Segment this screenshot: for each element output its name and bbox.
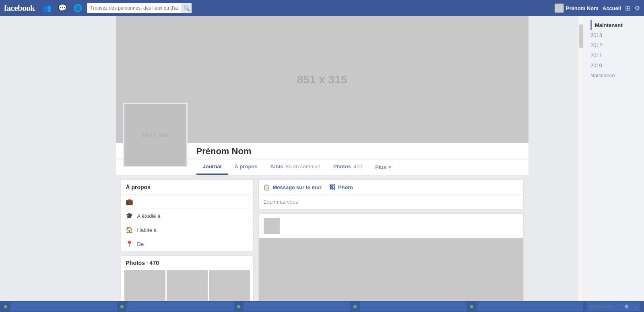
timeline-item-2012[interactable]: 2012 xyxy=(590,40,638,50)
post-tab-photo-label: Photo xyxy=(338,184,353,190)
about-work-row: 💼 xyxy=(121,195,253,209)
about-box: À propos 💼 🎓 A étudié à 🏠 Habite à xyxy=(121,180,254,251)
navbar: facebook 👥 💬 🌐 🔍 Prénom Nom Accueil ⊞ ⚙ xyxy=(0,0,644,16)
timeline-item-2011[interactable]: 2011 xyxy=(590,50,638,60)
timeline-item-naissance[interactable]: Naissance xyxy=(590,70,638,81)
timeline-sidebar: Maintenant 2013 2012 2011 2010 Naissance xyxy=(584,16,644,312)
friends-icon[interactable]: 👥 xyxy=(41,2,53,14)
bottom-bar-item-4[interactable] xyxy=(360,302,466,311)
status-dot-2 xyxy=(120,305,124,308)
settings-bottom-icon[interactable]: ⚙ xyxy=(624,304,629,310)
post-box: 📋 Message sur le mur 🖼 Photo Exprimez-vo… xyxy=(258,180,524,209)
search-button[interactable]: 🔍 xyxy=(182,3,192,13)
accueil-button[interactable]: Accueil xyxy=(603,5,621,11)
about-home-label: Habite à xyxy=(137,227,157,233)
home-icon: 🏠 xyxy=(126,226,133,233)
photos-label: Photos xyxy=(126,260,145,266)
tab-photos[interactable]: Photos 470 xyxy=(327,159,369,175)
bottom-bar-item-1[interactable] xyxy=(10,302,117,311)
feed-header xyxy=(259,214,523,238)
about-study-label: A étudié à xyxy=(137,213,161,219)
tab-apropos[interactable]: À propos xyxy=(228,159,264,175)
user-avatar xyxy=(555,4,564,12)
profile-pic-dimensions: 160 x 160 xyxy=(142,132,169,138)
tab-more-label: Plus xyxy=(375,164,386,170)
status-dot-5 xyxy=(470,305,473,308)
feed-avatar xyxy=(264,218,280,234)
timeline-item-2010[interactable]: 2010 xyxy=(590,60,638,70)
about-from-row: 📍 De xyxy=(121,237,253,251)
profile-name: Prénom Nom xyxy=(196,143,528,158)
user-name: Prénom Nom xyxy=(566,5,599,11)
post-tabs: 📋 Message sur le mur 🖼 Photo xyxy=(259,180,523,195)
about-home-row: 🏠 Habite à xyxy=(121,223,253,237)
main-content: 851 x 315 160 x 160 Prénom Nom Journal À… xyxy=(0,16,644,312)
nav-right: Prénom Nom Accueil ⊞ ⚙ xyxy=(555,4,640,12)
chevron-down-icon: ▼ xyxy=(388,165,392,169)
search-input[interactable] xyxy=(87,5,182,11)
bottom-bar-item-3[interactable] xyxy=(244,302,350,311)
bottom-bar-item-2[interactable] xyxy=(127,302,233,311)
tab-journal[interactable]: Journal xyxy=(196,159,228,175)
post-tab-message[interactable]: 📋 Message sur le mur xyxy=(263,183,322,191)
cover-area: 851 x 315 160 x 160 Prénom Nom Journal À… xyxy=(116,16,528,175)
about-title: À propos xyxy=(121,180,253,195)
right-content: 📋 Message sur le mur 🖼 Photo Exprimez-vo… xyxy=(258,180,524,311)
cover-dimensions-label: 851 x 315 xyxy=(297,73,347,86)
bottom-bar-item-5[interactable] xyxy=(477,302,583,311)
timeline-item-2013[interactable]: 2013 xyxy=(590,30,638,40)
logout-bottom-icon[interactable]: → xyxy=(632,304,637,310)
post-tab-message-label: Message sur le mur xyxy=(273,184,322,190)
about-study-row: 🎓 A étudié à xyxy=(121,209,253,223)
post-input[interactable]: Exprimez-vous xyxy=(259,195,523,209)
status-dot-1 xyxy=(4,305,7,308)
about-from-label: De xyxy=(137,241,144,247)
location-icon: 📍 xyxy=(126,240,133,248)
user-profile-button[interactable]: Prénom Nom xyxy=(555,4,599,12)
scrollbar-area xyxy=(578,16,584,301)
cover-photo[interactable]: 851 x 315 160 x 160 xyxy=(116,16,528,143)
left-sidebar: À propos 💼 🎓 A étudié à 🏠 Habite à xyxy=(121,180,254,310)
photo-icon: 🖼 xyxy=(328,183,336,191)
post-tab-photo[interactable]: 🖼 Photo xyxy=(328,183,353,191)
work-icon: 💼 xyxy=(126,198,133,205)
scrollbar-thumb[interactable] xyxy=(579,24,583,48)
content-area: À propos 💼 🎓 A étudié à 🏠 Habite à xyxy=(116,175,528,312)
messages-icon[interactable]: 💬 xyxy=(56,2,68,14)
facebook-logo: facebook xyxy=(4,3,35,13)
photos-title: Photos · 470 xyxy=(121,256,253,270)
feed-image xyxy=(259,238,523,310)
page: 851 x 315 160 x 160 Prénom Nom Journal À… xyxy=(0,16,644,312)
search-bar: 🔍 xyxy=(87,3,192,13)
profile-picture[interactable]: 160 x 160 xyxy=(123,103,188,167)
tab-amis[interactable]: Amis 85 en commun xyxy=(264,159,327,175)
friends-requests-icon[interactable]: ⊞ xyxy=(625,4,630,12)
photos-count: · 470 xyxy=(147,260,159,266)
bottom-search-input[interactable] xyxy=(590,304,622,310)
settings-icon[interactable]: ⚙ xyxy=(634,4,640,12)
globe-icon[interactable]: 🌐 xyxy=(72,2,84,14)
study-icon: 🎓 xyxy=(126,212,133,219)
feed-item xyxy=(258,213,524,311)
status-dot-3 xyxy=(237,305,240,308)
bottom-search: ⚙ → xyxy=(586,302,640,311)
message-icon: 📋 xyxy=(263,183,271,191)
status-dot-4 xyxy=(353,305,357,308)
timeline-item-maintenant[interactable]: Maintenant xyxy=(590,20,638,30)
tab-more[interactable]: Plus ▼ xyxy=(369,160,398,174)
bottom-bar: ⚙ → xyxy=(0,301,644,312)
